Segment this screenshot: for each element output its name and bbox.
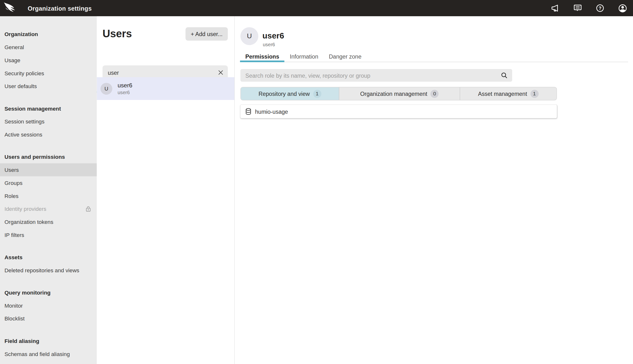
sidebar-item-ip-filters[interactable]: IP filters — [0, 228, 97, 241]
sidebar-item-identity-providers[interactable]: Identity providers — [0, 202, 97, 216]
sidebar-item-users[interactable]: Users — [0, 163, 97, 176]
repository-row-humio-usage[interactable]: humio-usage — [240, 105, 557, 118]
detail-user-avatar: U — [240, 27, 258, 45]
sidebar-section-assets: Assets — [0, 251, 97, 264]
user-list: U user6 user6 — [97, 77, 234, 100]
user-list-item-user6[interactable]: U user6 user6 — [97, 77, 234, 100]
sidebar-item-general[interactable]: General — [0, 41, 97, 54]
user-detail-panel: U user6 user6 Permissions Information Da… — [235, 16, 633, 364]
sidebar-section-query-monitoring: Query monitoring — [0, 286, 97, 299]
sidebar-section-users-and-permissions: Users and permissions — [0, 150, 97, 163]
organization-management-count-badge: 0 — [431, 90, 439, 98]
sidebar-item-groups[interactable]: Groups — [0, 176, 97, 190]
role-search-box — [240, 69, 512, 82]
tab-danger-zone[interactable]: Danger zone — [324, 51, 367, 62]
detail-user-title: user6 — [263, 31, 284, 41]
sidebar-item-session-settings[interactable]: Session settings — [0, 115, 97, 128]
detail-user-subtitle: user6 — [263, 42, 275, 48]
sidebar-item-deleted-repositories[interactable]: Deleted repositories and views — [0, 264, 97, 277]
segment-organization-management[interactable]: Organization management 0 — [339, 87, 460, 100]
segment-asset-management[interactable]: Asset management 1 — [460, 87, 556, 100]
search-icon — [501, 72, 508, 79]
permission-category-tabs: Repository and view 1 Organization manag… — [240, 87, 557, 100]
announcements-icon[interactable] — [550, 3, 561, 14]
detail-tabs: Permissions Information Danger zone — [240, 51, 628, 62]
lock-icon — [85, 206, 92, 212]
sidebar-item-roles[interactable]: Roles — [0, 189, 97, 202]
user-item-name: user6 — [118, 82, 132, 89]
user-initial-avatar: U — [101, 83, 112, 95]
help-icon[interactable]: ? — [595, 3, 605, 14]
user-search-input[interactable] — [103, 69, 215, 76]
settings-sidebar: Organization General Usage Security poli… — [0, 16, 97, 364]
sidebar-item-security-policies[interactable]: Security policies — [0, 66, 97, 80]
top-bar: Organization settings ? — [0, 0, 633, 16]
segment-repository-and-view[interactable]: Repository and view 1 — [241, 87, 339, 100]
repository-name: humio-usage — [255, 108, 288, 115]
users-list-panel: Users + Add user... Existing 1 Pending 0 — [97, 16, 235, 364]
crowdstrike-falcon-logo-icon — [3, 2, 17, 14]
sidebar-item-schemas-field-aliasing[interactable]: Schemas and field aliasing — [0, 347, 97, 360]
svg-text:?: ? — [599, 6, 601, 11]
database-icon — [245, 108, 251, 115]
sidebar-item-monitor[interactable]: Monitor — [0, 299, 97, 312]
add-user-button[interactable]: + Add user... — [185, 27, 228, 40]
sidebar-section-organization: Organization — [0, 28, 97, 41]
sidebar-item-active-sessions[interactable]: Active sessions — [0, 128, 97, 141]
organization-settings-app: Organization settings ? — [0, 0, 633, 364]
role-search-input[interactable] — [240, 72, 512, 79]
users-panel-title: Users — [103, 28, 132, 40]
page-title: Organization settings — [28, 4, 92, 12]
sidebar-item-blocklist[interactable]: Blocklist — [0, 312, 97, 325]
sidebar-section-field-aliasing: Field aliasing — [0, 334, 97, 348]
chat-icon[interactable] — [572, 3, 583, 14]
sidebar-item-organization-tokens[interactable]: Organization tokens — [0, 216, 97, 228]
repository-view-count-badge: 1 — [313, 90, 321, 98]
sidebar-item-usage[interactable]: Usage — [0, 54, 97, 67]
tab-permissions[interactable]: Permissions — [240, 51, 284, 62]
clear-search-icon[interactable] — [215, 67, 226, 78]
asset-management-count-badge: 1 — [530, 90, 538, 98]
sidebar-section-session-management: Session management — [0, 102, 97, 115]
user-avatar-icon[interactable] — [617, 3, 628, 14]
tab-information[interactable]: Information — [285, 51, 324, 62]
user-item-subtitle: user6 — [118, 90, 132, 95]
sidebar-item-user-defaults[interactable]: User defaults — [0, 80, 97, 93]
